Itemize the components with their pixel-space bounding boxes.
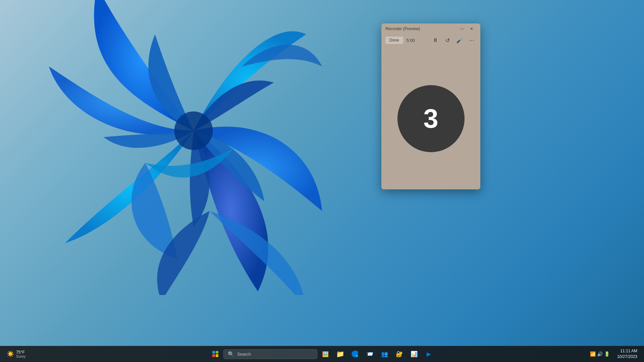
recorder-timer: 5:00	[407, 38, 415, 43]
weather-icon: ☀️	[7, 350, 14, 358]
battery-icon: 🔋	[604, 351, 610, 357]
countdown-number: 3	[423, 103, 438, 134]
more-button[interactable]: ⋯	[467, 36, 476, 45]
taskbar-widgets[interactable]: 🖼️	[319, 347, 332, 361]
taskbar-excel[interactable]: 📊	[407, 347, 421, 361]
mic-button[interactable]: 🎤	[455, 36, 464, 45]
taskbar-powershell[interactable]: ▶	[422, 347, 435, 361]
weather-info: 75°F Sunny	[16, 350, 25, 358]
taskbar: ☀️ 75°F Sunny 🔍 Search 🖼️	[0, 346, 644, 362]
restart-button[interactable]: ↺	[443, 36, 452, 45]
recorder-window: Recorder (Preview) — ✕ Done 5:00 ⏸ ↺ 🎤 ⋯…	[381, 23, 480, 189]
recorder-title: Recorder (Preview)	[385, 26, 420, 31]
window-controls: — ✕	[458, 24, 476, 34]
edge-icon	[351, 350, 359, 358]
weather-condition: Sunny	[16, 355, 25, 358]
recorder-body: 3	[381, 48, 480, 189]
pause-button[interactable]: ⏸	[431, 36, 440, 45]
taskbar-cert[interactable]: 🔐	[392, 347, 406, 361]
weather-temperature: 75°F	[16, 350, 24, 355]
weather-widget[interactable]: ☀️ 75°F Sunny	[4, 349, 28, 359]
widgets-icon: 🖼️	[321, 350, 329, 358]
recorder-titlebar: Recorder (Preview) — ✕	[381, 23, 480, 34]
windows-logo-icon	[212, 351, 218, 357]
cert-icon: 🔐	[395, 350, 403, 358]
powershell-icon: ▶	[425, 350, 433, 358]
taskbar-right: 📶 🔊 🔋 11:11 AM 10/27/2023	[587, 348, 640, 360]
svg-point-0	[174, 112, 213, 150]
desktop-wallpaper	[17, 0, 402, 295]
minimize-button[interactable]: —	[458, 24, 467, 34]
clock-date: 10/27/2023	[617, 354, 637, 360]
taskbar-file-explorer[interactable]: 📁	[333, 347, 347, 361]
taskbar-edge[interactable]	[348, 347, 362, 361]
excel-icon: 📊	[410, 350, 418, 358]
start-button[interactable]	[209, 347, 222, 361]
outlook-icon: 📨	[366, 350, 374, 358]
search-placeholder: Search	[237, 352, 251, 357]
network-icon: 📶	[590, 351, 596, 357]
taskbar-outlook[interactable]: 📨	[363, 347, 376, 361]
teams-icon: 👥	[380, 350, 388, 358]
desktop	[0, 0, 644, 362]
taskbar-center: 🔍 Search 🖼️ 📁 📨 👥 🔐	[209, 347, 435, 361]
file-explorer-icon: 📁	[336, 350, 344, 358]
volume-icon: 🔊	[597, 351, 603, 357]
done-button[interactable]: Done	[385, 37, 403, 44]
taskbar-left: ☀️ 75°F Sunny	[4, 349, 28, 359]
recorder-toolbar: Done 5:00 ⏸ ↺ 🎤 ⋯	[381, 34, 480, 48]
clock[interactable]: 11:11 AM 10/27/2023	[614, 348, 640, 360]
system-tray[interactable]: 📶 🔊 🔋	[587, 350, 612, 358]
countdown-circle: 3	[397, 85, 465, 152]
search-bar[interactable]: 🔍 Search	[223, 349, 317, 359]
close-button[interactable]: ✕	[467, 24, 476, 34]
search-icon: 🔍	[228, 351, 234, 357]
clock-time: 11:11 AM	[620, 348, 637, 354]
taskbar-teams[interactable]: 👥	[378, 347, 391, 361]
